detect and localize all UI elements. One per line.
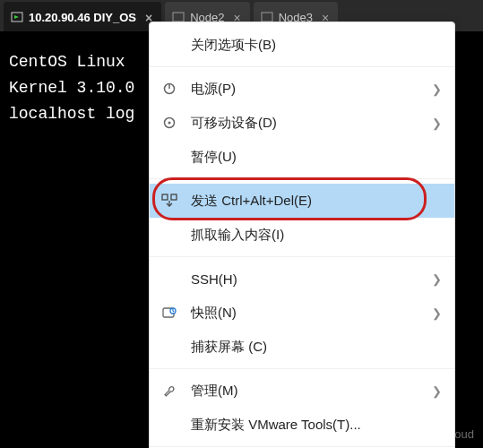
menu-removable[interactable]: 可移动设备(D) ❯ xyxy=(150,106,454,140)
menu-capture[interactable]: 捕获屏幕 (C) xyxy=(150,330,454,364)
menu-power[interactable]: 电源(P) ❯ xyxy=(150,72,454,106)
svg-rect-3 xyxy=(262,13,272,22)
menu-manage[interactable]: 管理(M) ❯ xyxy=(150,374,454,408)
svg-marker-1 xyxy=(14,15,19,19)
chevron-right-icon: ❯ xyxy=(432,306,442,320)
menu-ssh[interactable]: SSH(H) ❯ xyxy=(150,262,454,296)
menu-pause[interactable]: 暂停(U) xyxy=(150,140,454,174)
menu-label: 发送 Ctrl+Alt+Del(E) xyxy=(191,193,442,210)
menu-divider xyxy=(150,178,454,179)
tab-label: 10.20.90.46 DIY_OS xyxy=(29,11,136,24)
wrench-icon xyxy=(159,383,180,398)
chevron-right-icon: ❯ xyxy=(432,82,442,96)
power-icon xyxy=(159,82,180,96)
device-icon xyxy=(159,116,180,130)
menu-label: 暂停(U) xyxy=(191,149,442,166)
chevron-right-icon: ❯ xyxy=(432,384,442,398)
menu-close-tab[interactable]: 关闭选项卡(B) xyxy=(150,28,454,62)
menu-divider xyxy=(150,256,454,257)
svg-rect-8 xyxy=(162,194,168,200)
chevron-right-icon: ❯ xyxy=(432,272,442,286)
menu-label: 可移动设备(D) xyxy=(191,115,432,132)
menu-divider xyxy=(150,66,454,67)
menu-reinstall-tools[interactable]: 重新安装 VMware Tools(T)... xyxy=(150,408,454,442)
snapshot-icon xyxy=(159,306,180,320)
send-icon xyxy=(159,194,180,208)
menu-label: 抓取输入内容(I) xyxy=(191,227,442,244)
menu-divider xyxy=(150,446,454,447)
menu-label: 电源(P) xyxy=(191,81,432,98)
menu-label: 重新安装 VMware Tools(T)... xyxy=(191,417,442,434)
menu-label: 捕获屏幕 (C) xyxy=(191,339,442,356)
svg-rect-9 xyxy=(171,194,177,200)
menu-label: 管理(M) xyxy=(191,383,432,400)
menu-send-ctrl-alt-del[interactable]: 发送 Ctrl+Alt+Del(E) xyxy=(150,184,454,218)
tab-active[interactable]: 10.20.90.46 DIY_OS × xyxy=(4,2,161,33)
svg-point-7 xyxy=(168,122,171,125)
chevron-right-icon: ❯ xyxy=(432,116,442,130)
menu-grab-input[interactable]: 抓取输入内容(I) xyxy=(150,218,454,252)
menu-label: SSH(H) xyxy=(191,271,432,287)
menu-label: 快照(N) xyxy=(191,305,432,322)
menu-snapshot[interactable]: 快照(N) ❯ xyxy=(150,296,454,330)
menu-divider xyxy=(150,368,454,369)
svg-rect-2 xyxy=(173,13,184,22)
menu-label: 关闭选项卡(B) xyxy=(191,37,442,54)
context-menu: 关闭选项卡(B) 电源(P) ❯ 可移动设备(D) ❯ 暂停(U) 发送 Ctr… xyxy=(149,22,455,448)
console-icon xyxy=(11,12,23,24)
